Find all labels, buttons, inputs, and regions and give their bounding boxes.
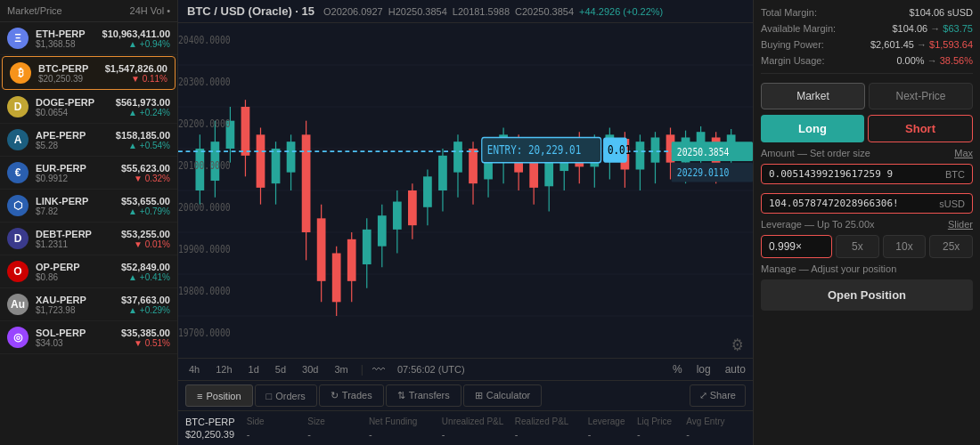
market-item-doge[interactable]: D DOGE-PERP $0.0654 $561,973.00 +0.24%: [0, 91, 177, 124]
market-price-usd-doge: $0.0654: [36, 108, 109, 117]
tab-trades[interactable]: ↻Trades: [319, 384, 384, 407]
market-item-xau[interactable]: Au XAU-PERP $1,723.98 $37,663.00 +0.29%: [0, 288, 177, 321]
market-item-eth[interactable]: Ξ ETH-PERP $1,368.58 $10,963,411.00 +0.9…: [0, 22, 177, 55]
change-arrow-doge: [128, 108, 140, 117]
svg-text:20400.0000: 20400.0000: [178, 34, 231, 47]
margin-usage-after: 38.56%: [940, 55, 973, 66]
market-info-eur: EUR-PERP $0.9912: [36, 163, 114, 183]
header-vol: 24H Vol •: [130, 5, 170, 16]
total-margin-row: Total Margin: $104.06 sUSD: [761, 7, 973, 18]
market-price-main-debt: $53,255.00: [121, 229, 170, 239]
market-info-debt: DEBT-PERP $1.2311: [36, 229, 114, 249]
market-right-doge: $561,973.00 +0.24%: [116, 97, 170, 117]
pos-price-val: $20,250.39: [185, 429, 245, 440]
leverage-row: 0.999× 5x 10x 25x: [761, 235, 973, 258]
market-item-link[interactable]: ⬡ LINK-PERP $7.82 $53,655.00 +0.79%: [0, 190, 177, 222]
market-right-btc: $1,547,826.00 0.11%: [105, 63, 167, 84]
market-change-ape: +0.54%: [116, 141, 170, 150]
long-button[interactable]: Long: [761, 115, 864, 142]
market-icon-eth: Ξ: [7, 28, 29, 49]
market-item-op[interactable]: O OP-PERP $0.86 $52,849.00 +0.41%: [0, 255, 177, 288]
market-item-sol[interactable]: ◎ SOL-PERP $34.03 $35,385.00 0.51%: [0, 321, 177, 354]
tab-transfers[interactable]: ⇅Transfers: [386, 384, 461, 407]
tf-12h[interactable]: 12h: [212, 362, 235, 376]
market-info-eth: ETH-PERP $1,368.58: [36, 28, 95, 49]
market-item-btc[interactable]: ₿ BTC-PERP $20,250.39 $1,547,826.00 0.11…: [2, 56, 176, 90]
svg-rect-19: [272, 149, 281, 183]
slider-link[interactable]: Slider: [948, 219, 973, 230]
market-price-usd-btc: $20,250.39: [38, 74, 98, 84]
market-change-sol: 0.51%: [121, 338, 170, 348]
tf-5d[interactable]: 5d: [272, 362, 290, 376]
amount-susd-box[interactable]: 104.05787472028966306! sUSD: [761, 193, 973, 214]
market-price-usd-eth: $1,368.58: [36, 39, 95, 49]
auto-toggle[interactable]: auto: [725, 363, 746, 376]
svg-rect-29: [347, 239, 356, 281]
svg-text:19700.0000: 19700.0000: [178, 327, 231, 340]
tab-position[interactable]: ≡Position: [185, 384, 253, 407]
market-icon-ape: A: [7, 129, 29, 150]
header-market: Market/Price: [7, 5, 62, 16]
change-arrow-ape: [128, 141, 140, 150]
share-button[interactable]: ⤢ Share: [690, 384, 746, 407]
market-item-debt[interactable]: D DEBT-PERP $1.2311 $53,255.00 0.01%: [0, 222, 177, 255]
market-price-main-link: $53,655.00: [121, 196, 170, 206]
market-order-btn[interactable]: Market: [761, 83, 865, 109]
market-right-eth: $10,963,411.00 +0.94%: [102, 28, 170, 49]
tab-calculator[interactable]: ⊞Calculator: [463, 384, 543, 407]
svg-rect-27: [332, 254, 341, 303]
buying-power-after: $1,593.64: [929, 39, 973, 50]
pos-netfunding-label: Net Funding: [369, 417, 440, 427]
pct-toggle[interactable]: %: [673, 363, 682, 376]
svg-rect-35: [393, 202, 402, 230]
svg-text:20300.0000: 20300.0000: [178, 76, 231, 89]
market-item-ape[interactable]: A APE-PERP $5.28 $158,185.00 +0.54%: [0, 124, 177, 157]
total-margin-val: $104.06 sUSD: [909, 7, 973, 18]
pos-unrealized-label: Unrealized P&L: [442, 417, 513, 427]
svg-rect-45: [469, 149, 478, 183]
amount-btc-box[interactable]: 0.00514399219617259 9 BTC: [761, 164, 973, 184]
market-item-eur[interactable]: € EUR-PERP $0.9912 $55,623.00 0.32%: [0, 157, 177, 190]
available-margin-row: Available Margin: $104.06 → $63.75: [761, 23, 973, 34]
log-toggle[interactable]: log: [697, 363, 711, 376]
leverage-5x[interactable]: 5x: [836, 235, 879, 258]
market-name-eth: ETH-PERP: [36, 28, 95, 39]
total-margin-label: Total Margin:: [761, 7, 817, 18]
chart-timeframe-bar: 4h 12h 1d 5d 30d 3m | 〰 07:56:02 (UTC) %…: [178, 358, 753, 380]
tf-4h[interactable]: 4h: [185, 362, 203, 376]
leverage-10x[interactable]: 10x: [883, 235, 927, 258]
pos-liqprice-label: Liq Price: [637, 417, 684, 427]
leverage-25x[interactable]: 25x: [929, 235, 973, 258]
chart-timestamp: 07:56:02 (UTC): [397, 364, 465, 375]
market-change-eth: +0.94%: [102, 39, 170, 49]
compare-icon[interactable]: 〰: [372, 362, 385, 376]
amount-btc-unit: BTC: [945, 169, 965, 180]
order-type-row: Market Next-Price: [761, 83, 973, 109]
market-name-btc: BTC-PERP: [38, 63, 98, 74]
max-link[interactable]: Max: [954, 148, 973, 158]
leverage-input[interactable]: 0.999×: [761, 235, 832, 258]
market-price-main-doge: $561,973.00: [116, 97, 170, 108]
tab-orders[interactable]: □Orders: [255, 384, 317, 407]
market-change-btc: 0.11%: [105, 74, 167, 84]
short-button[interactable]: Short: [868, 115, 973, 142]
market-right-xau: $37,663.00 +0.29%: [121, 295, 170, 315]
available-margin-after: $63.75: [943, 23, 973, 34]
change-arrow-xau: [128, 305, 140, 315]
pos-unrealized-val: -: [442, 429, 513, 440]
market-change-debt: 0.01%: [121, 239, 170, 249]
trades-icon: ↻: [331, 390, 339, 400]
market-right-sol: $35,385.00 0.51%: [121, 328, 170, 348]
svg-rect-21: [287, 142, 296, 172]
market-icon-eur: €: [7, 162, 29, 183]
tf-3m[interactable]: 3m: [331, 362, 351, 376]
market-info-sol: SOL-PERP $34.03: [36, 328, 114, 348]
tf-30d[interactable]: 30d: [298, 362, 322, 376]
arrow-icon: →: [930, 23, 940, 34]
open-position-button[interactable]: Open Position: [761, 279, 973, 311]
chart-canvas: ENTRY: 20,229.01 0.01 20250.3854 20229.0…: [178, 23, 753, 358]
next-price-order-btn[interactable]: Next-Price: [869, 83, 973, 109]
market-right-ape: $158,185.00 +0.54%: [116, 130, 170, 150]
tf-1d[interactable]: 1d: [245, 362, 263, 376]
ohlc-o: O20206.0927: [323, 6, 383, 17]
